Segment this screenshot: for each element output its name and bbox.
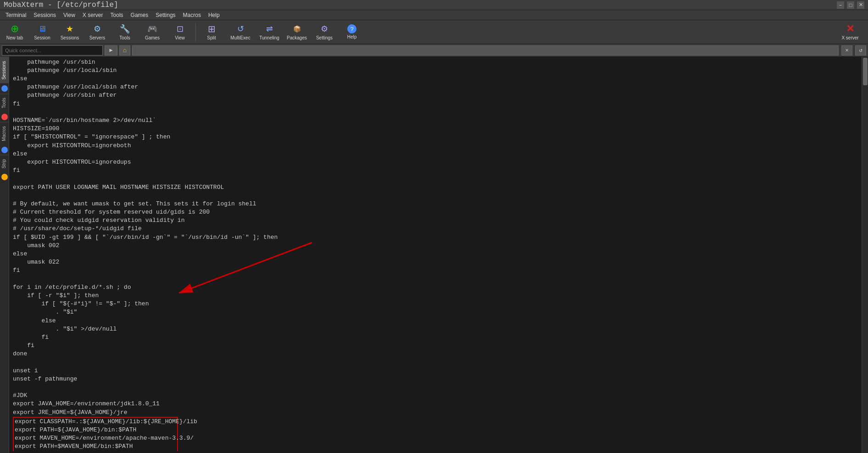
addressbar: ▶ ⌂ ✕ ↺: [0, 44, 868, 57]
terminal-line: [13, 192, 858, 200]
terminal-line: fi: [13, 333, 858, 342]
menu-settings[interactable]: Settings: [152, 11, 179, 19]
sessions-label: Sessions: [61, 35, 79, 40]
sidebar-tab-sessions[interactable]: Sessions: [0, 57, 9, 83]
menu-tools[interactable]: Tools: [107, 11, 127, 19]
titlebar-title: MobaXterm - [/etc/profile]: [4, 1, 118, 9]
sidebar-tab-strip[interactable]: Strip: [0, 155, 9, 172]
scrollbar-thumb[interactable]: [863, 58, 868, 85]
terminal-line: if [ $UID -gt 199 ] && [ "`/usr/bin/id -…: [13, 233, 858, 242]
terminal-line: export PATH=$MAVEN_HOME/bin:$PATH: [13, 442, 178, 451]
menu-games[interactable]: Games: [127, 11, 152, 19]
terminal-line: umask 002: [13, 242, 858, 250]
sidebar-tab-tools[interactable]: Tools: [0, 94, 9, 112]
quick-connect-input[interactable]: [2, 45, 103, 55]
menu-terminal[interactable]: Terminal: [2, 11, 30, 19]
terminal-line: . "$i": [13, 308, 858, 316]
terminal-line: fi: [13, 166, 858, 175]
scrollbar-area[interactable]: [862, 57, 868, 453]
sessions-button[interactable]: ★ Sessions: [57, 21, 83, 43]
terminal-line: # /usr/share/doc/setup-*/uidgid file: [13, 225, 858, 233]
terminal-line: umask 022: [13, 258, 858, 266]
macros-indicator: [1, 147, 8, 153]
terminal-line: fi: [13, 266, 858, 275]
packages-icon: 📦: [291, 23, 302, 34]
games-label: Games: [145, 35, 160, 40]
terminal-line: fi: [13, 100, 858, 108]
terminal-line: for i in /etc/profile.d/*.sh ; do: [13, 283, 858, 292]
settings-icon: ⚙: [319, 23, 330, 34]
terminal-line: HISTSIZE=1000: [13, 125, 858, 133]
tunneling-button[interactable]: ⇌ Tunneling: [256, 21, 282, 43]
terminal-line: unset -f pathmunge: [13, 375, 858, 383]
multiexec-icon: ↺: [235, 23, 246, 34]
terminal-line: pathmunge /usr/local/sbin after: [13, 83, 858, 91]
split-button[interactable]: ⊞ Split: [199, 21, 224, 43]
left-sidebar: Sessions Tools Macros Strip: [0, 57, 9, 453]
help-button[interactable]: ? Help: [339, 21, 365, 43]
terminal-line: done: [13, 350, 858, 358]
address-path: [132, 45, 839, 55]
menu-xserver[interactable]: X server: [79, 11, 107, 19]
terminal-line: [13, 383, 858, 392]
terminal-line: [13, 358, 858, 366]
go-icon: ▶: [109, 47, 112, 54]
sessions-indicator: [1, 85, 8, 92]
new-tab-button[interactable]: ⊕ New tab: [2, 21, 28, 43]
help-icon: ?: [347, 24, 356, 33]
servers-label: Servers: [89, 35, 105, 40]
home-button[interactable]: ⌂: [119, 45, 130, 55]
terminal-line: else: [13, 150, 858, 158]
go-button[interactable]: ▶: [105, 45, 117, 55]
terminal-line: export PATH=${JAVA_HOME}/bin:$PATH: [13, 426, 178, 434]
help-label: Help: [347, 34, 357, 39]
terminal-area[interactable]: UID=`/usr/bin/id -ru` fi USER=`/usr/bin/…: [9, 57, 862, 453]
terminal-line: pathmunge /usr/sbin after: [13, 91, 858, 99]
terminal-line: pathmunge /usr/sbin: [13, 58, 858, 66]
sidebar-tab-macros[interactable]: Macros: [0, 122, 9, 145]
tools-indicator: [1, 114, 8, 120]
strip-indicator: [1, 174, 8, 180]
xserver-button[interactable]: ✕ X server: [834, 21, 866, 43]
toolbar-separator: [195, 23, 196, 41]
terminal-line: [13, 275, 858, 283]
multiexec-label: MultiExec: [230, 35, 250, 40]
terminal-line: export PATH USER LOGNAME MAIL HOSTNAME H…: [13, 183, 858, 192]
titlebar-controls: − □ ✕: [837, 1, 864, 9]
xserver-icon: ✕: [845, 23, 856, 34]
menu-help[interactable]: Help: [205, 11, 223, 19]
multiexec-button[interactable]: ↺ MultiExec: [226, 21, 255, 43]
view-button[interactable]: ⊡ View: [167, 21, 193, 43]
terminal-line: if [ "${-#*i}" != "$-" ]; then: [13, 300, 858, 308]
main-layout: Sessions Tools Macros Strip UID=`/usr/bi…: [0, 57, 868, 453]
servers-button[interactable]: ⚙ Servers: [84, 21, 110, 43]
terminal-line: pathmunge /usr/local/sbin: [13, 66, 858, 75]
split-label: Split: [207, 35, 216, 40]
games-button[interactable]: 🎮 Games: [139, 21, 165, 43]
tools-button[interactable]: 🔧 Tools: [112, 21, 138, 43]
terminal-content[interactable]: UID=`/usr/bin/id -ru` fi USER=`/usr/bin/…: [9, 57, 862, 453]
view-label: View: [175, 35, 185, 40]
terminal-line: fi: [13, 342, 858, 350]
menu-sessions[interactable]: Sessions: [30, 11, 60, 19]
menu-view[interactable]: View: [60, 11, 79, 19]
split-icon: ⊞: [206, 23, 217, 34]
terminal-line: export CLASSPATH=.:${JAVA_HOME}/lib:${JR…: [13, 417, 178, 426]
close-tab-button[interactable]: ✕: [841, 45, 852, 55]
new-tab-label: New tab: [6, 35, 23, 40]
maximize-button[interactable]: □: [847, 1, 854, 9]
terminal-line: if [ "$HISTCONTROL" = "ignorespace" ] ; …: [13, 133, 858, 141]
settings-button[interactable]: ⚙ Settings: [312, 21, 337, 43]
minimize-button[interactable]: −: [837, 1, 844, 9]
packages-button[interactable]: 📦 Packages: [284, 21, 310, 43]
home-icon: ⌂: [123, 47, 127, 54]
close-button[interactable]: ✕: [857, 1, 864, 9]
xserver-label: X server: [841, 35, 858, 40]
terminal-line: export JAVA_HOME=/environment/jdk1.8.0_1…: [13, 400, 858, 408]
refresh-button[interactable]: ↺: [855, 45, 866, 55]
menu-macros[interactable]: Macros: [179, 11, 205, 19]
tools-icon: 🔧: [119, 23, 130, 34]
sessions-icon: ★: [64, 23, 75, 34]
servers-icon: ⚙: [92, 23, 103, 34]
session-button[interactable]: 🖥 Session: [29, 21, 55, 43]
